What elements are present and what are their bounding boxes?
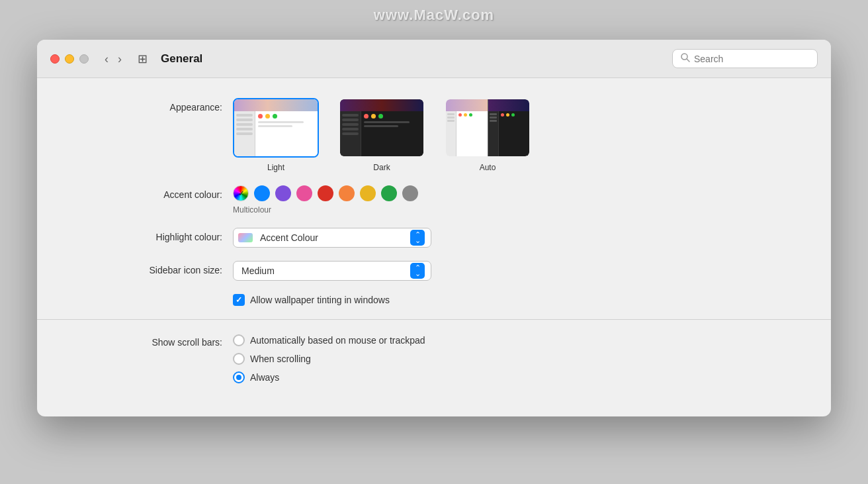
scroll-bars-row: Show scroll bars: Automatically based on… (37, 333, 831, 383)
traffic-lights (50, 54, 89, 64)
sidebar-icon-size-row: Sidebar icon size: Medium Small Large (37, 261, 831, 281)
accent-colour-row: Accent colour: (37, 185, 831, 215)
appearance-light-label: Light (267, 163, 284, 172)
accent-swatch-orange[interactable] (339, 185, 355, 201)
sidebar-icon-size-select[interactable]: Medium Small Large (233, 261, 431, 281)
scroll-bars-always-radio[interactable] (233, 371, 245, 383)
appearance-label: Appearance: (90, 98, 222, 113)
wallpaper-checkbox-row: Allow wallpaper tinting in windows (233, 294, 831, 306)
highlight-colour-select[interactable]: Accent Colour (233, 228, 431, 248)
accent-swatch-yellow[interactable] (360, 185, 376, 201)
accent-swatch-purple[interactable] (275, 185, 291, 201)
window-title: General (161, 52, 664, 66)
scroll-bars-scrolling-radio[interactable] (233, 353, 245, 365)
back-button[interactable]: ‹ (102, 53, 111, 65)
appearance-thumbnail-dark (339, 98, 425, 158)
search-icon (681, 53, 690, 64)
accent-swatch-multicolor[interactable] (233, 185, 249, 201)
appearance-option-dark[interactable]: Dark (339, 98, 425, 172)
section-divider (37, 319, 831, 320)
wallpaper-tinting-checkbox[interactable] (233, 294, 245, 306)
svg-line-1 (687, 59, 689, 62)
accent-swatch-green[interactable] (381, 185, 397, 201)
preferences-content: Appearance: (37, 78, 831, 416)
search-input[interactable] (694, 54, 809, 64)
sidebar-size-select-wrapper: Medium Small Large (233, 261, 431, 281)
appearance-thumbnail-light (233, 98, 319, 158)
scroll-bars-label: Show scroll bars: (90, 333, 222, 348)
system-preferences-window: ‹ › ⊞ General Appearance: (37, 40, 831, 416)
grid-button[interactable]: ⊞ (132, 52, 153, 66)
accent-swatch-blue[interactable] (254, 185, 270, 201)
sidebar-icon-size-label: Sidebar icon size: (90, 261, 222, 275)
scroll-bars-always-label: Always (250, 372, 279, 383)
appearance-dark-label: Dark (373, 163, 390, 172)
wallpaper-tinting-row: Allow wallpaper tinting in windows (37, 294, 831, 306)
appearance-row: Appearance: (37, 98, 831, 172)
wallpaper-tinting-label: Allow wallpaper tinting in windows (250, 295, 390, 305)
scroll-bars-auto-row: Automatically based on mouse or trackpad (233, 334, 425, 346)
highlight-colour-row: Highlight colour: Accent Colour (37, 228, 831, 248)
accent-colors: Multicolour (233, 185, 418, 215)
scroll-bars-auto-label: Automatically based on mouse or trackpad (250, 335, 425, 346)
titlebar: ‹ › ⊞ General (37, 40, 831, 78)
appearance-option-light[interactable]: Light (233, 98, 319, 172)
minimize-button[interactable] (65, 54, 74, 64)
search-bar (672, 49, 818, 68)
scroll-bars-auto-radio[interactable] (233, 334, 245, 346)
accent-swatches (233, 185, 418, 201)
appearance-auto-label: Auto (480, 163, 496, 172)
accent-colour-label: Accent colour: (90, 185, 222, 200)
close-button[interactable] (50, 54, 60, 64)
accent-selected-name: Multicolour (233, 205, 418, 215)
scroll-bars-scrolling-label: When scrolling (250, 354, 311, 364)
scroll-bars-radio-group: Automatically based on mouse or trackpad… (233, 333, 425, 383)
appearance-thumbnail-auto (445, 98, 531, 158)
maximize-button[interactable] (79, 54, 89, 64)
appearance-options: Light (233, 98, 531, 172)
accent-swatch-graphite[interactable] (402, 185, 418, 201)
watermark-text: www.MacW.com (374, 7, 494, 24)
highlight-select-wrapper: Accent Colour (233, 228, 431, 248)
accent-swatch-red[interactable] (318, 185, 333, 201)
accent-swatch-pink[interactable] (296, 185, 312, 201)
highlight-colour-label: Highlight colour: (90, 228, 222, 242)
forward-button[interactable]: › (115, 53, 124, 65)
scroll-bars-always-row: Always (233, 371, 425, 383)
scroll-bars-scrolling-row: When scrolling (233, 353, 425, 365)
nav-buttons: ‹ › (102, 53, 124, 65)
appearance-option-auto[interactable]: Auto (445, 98, 531, 172)
